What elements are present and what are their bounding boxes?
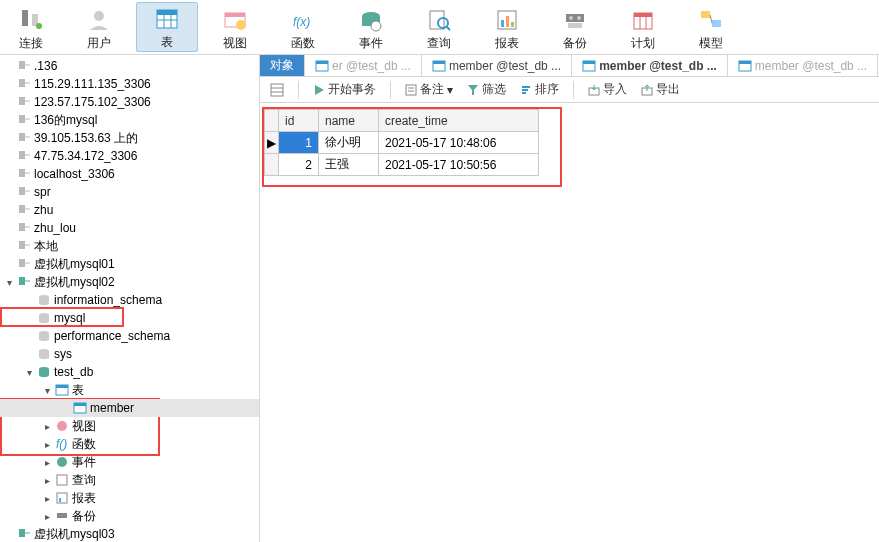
tree-node-icon (37, 293, 51, 307)
view-icon (221, 7, 249, 33)
cell-time[interactable]: 2021-05-17 10:48:06 (379, 132, 539, 154)
svg-point-55 (57, 457, 67, 467)
begin-transaction-button[interactable]: 开始事务 (309, 79, 380, 100)
toolbar-table-button[interactable]: 表 (136, 2, 198, 52)
export-button[interactable]: 导出 (637, 79, 684, 100)
connection-item[interactable]: spr (0, 183, 259, 201)
tree-node-icon (55, 509, 69, 523)
connection-item[interactable]: 虚拟机mysql03 (0, 525, 259, 542)
toolbar-connection-button[interactable]: 连接 (0, 2, 62, 52)
reports-node[interactable]: ▸报表 (0, 489, 259, 507)
table-row[interactable]: ▶1徐小明2021-05-17 10:48:06 (265, 132, 539, 154)
grid-icon[interactable] (266, 81, 288, 99)
connection-item[interactable]: 本地 (0, 237, 259, 255)
connection-item[interactable]: 123.57.175.102_3306 (0, 93, 259, 111)
events-node[interactable]: ▸事件 (0, 453, 259, 471)
memo-button[interactable]: 备注 ▾ (401, 79, 457, 100)
toolbar-label: 表 (161, 34, 173, 51)
expand-icon[interactable]: ▾ (42, 385, 52, 396)
expand-icon[interactable]: ▸ (42, 493, 52, 504)
import-button[interactable]: 导入 (584, 79, 631, 100)
connection-item[interactable]: 39.105.153.63 上的 (0, 129, 259, 147)
editor-tab[interactable]: member @test_db ... (572, 55, 728, 76)
toolbar-function-button[interactable]: f(x)函数 (272, 2, 334, 52)
connection-item[interactable]: 136的mysql (0, 111, 259, 129)
expand-icon[interactable]: ▸ (42, 439, 52, 450)
schema-item[interactable]: information_schema (0, 291, 259, 309)
svg-point-25 (577, 16, 581, 20)
connection-item[interactable]: 47.75.34.172_3306 (0, 147, 259, 165)
sort-button[interactable]: 排序 (516, 79, 563, 100)
toolbar-label: 函数 (291, 35, 315, 52)
toolbar-label: 连接 (19, 35, 43, 52)
tree-node-label: sys (54, 347, 72, 361)
tab-label: member @test_db ... (755, 59, 867, 73)
cell-id[interactable]: 2 (279, 154, 319, 176)
expand-icon[interactable]: ▾ (24, 367, 34, 378)
tree-node-label: 本地 (34, 238, 58, 255)
toolbar-query-button[interactable]: 查询 (408, 2, 470, 52)
svg-point-24 (569, 16, 573, 20)
table-row[interactable]: 2王强2021-05-17 10:50:56 (265, 154, 539, 176)
toolbar-report-button[interactable]: 报表 (476, 2, 538, 52)
expand-icon[interactable]: ▸ (42, 457, 52, 468)
expand-icon[interactable]: ▸ (42, 421, 52, 432)
table-item[interactable]: member (0, 399, 259, 417)
tab-label: 对象 (270, 57, 294, 74)
cell-time[interactable]: 2021-05-17 10:50:56 (379, 154, 539, 176)
toolbar-view-button[interactable]: 视图 (204, 2, 266, 52)
data-grid[interactable]: id name create_time ▶1徐小明2021-05-17 10:4… (264, 109, 539, 176)
column-header[interactable]: id (279, 110, 319, 132)
report-icon (493, 7, 521, 33)
svg-rect-59 (57, 513, 67, 518)
tables-node[interactable]: ▾表 (0, 381, 259, 399)
cell-id[interactable]: 1 (279, 132, 319, 154)
tree-node-icon (17, 203, 31, 217)
functions-node[interactable]: ▸f()函数 (0, 435, 259, 453)
toolbar-backup-button[interactable]: 备份 (544, 2, 606, 52)
connection-item[interactable]: .136 (0, 57, 259, 75)
connection-icon (17, 7, 45, 33)
tree-node-label: information_schema (54, 293, 162, 307)
toolbar-schedule-button[interactable]: 计划 (612, 2, 674, 52)
expand-icon[interactable]: ▸ (42, 475, 52, 486)
column-header[interactable]: create_time (379, 110, 539, 132)
connection-item[interactable]: zhu_lou (0, 219, 259, 237)
filter-button[interactable]: 筛选 (463, 79, 510, 100)
tree-node-label: 视图 (72, 418, 96, 435)
data-grid-wrap: id name create_time ▶1徐小明2021-05-17 10:4… (264, 109, 879, 176)
queries-node[interactable]: ▸查询 (0, 471, 259, 489)
views-node[interactable]: ▸视图 (0, 417, 259, 435)
connection-item[interactable]: zhu (0, 201, 259, 219)
schema-item[interactable]: sys (0, 345, 259, 363)
connection-item-open[interactable]: ▾虚拟机mysql02 (0, 273, 259, 291)
toolbar-model-button[interactable]: 模型 (680, 2, 742, 52)
schema-item-open[interactable]: ▾test_db (0, 363, 259, 381)
tree-node-label: zhu (34, 203, 53, 217)
editor-tab[interactable]: er @test_db ... (305, 55, 422, 76)
tab-label: member @test_db ... (599, 59, 717, 73)
svg-point-39 (39, 319, 49, 323)
model-icon (697, 7, 725, 33)
cell-name[interactable]: 徐小明 (319, 132, 379, 154)
cell-name[interactable]: 王强 (319, 154, 379, 176)
expand-icon[interactable]: ▸ (42, 511, 52, 522)
svg-point-15 (371, 21, 381, 31)
svg-rect-22 (511, 22, 514, 27)
tab-label: member @test_db ... (449, 59, 561, 73)
toolbar-event-button[interactable]: 事件 (340, 2, 402, 52)
editor-tab[interactable]: 对象 (260, 55, 305, 76)
schema-item[interactable]: performance_schema (0, 327, 259, 345)
backups-node[interactable]: ▸备份 (0, 507, 259, 525)
expand-icon[interactable]: ▾ (4, 277, 14, 288)
toolbar-user-button[interactable]: 用户 (68, 2, 130, 52)
connection-item[interactable]: 115.29.111.135_3306 (0, 75, 259, 93)
connection-item[interactable]: 虚拟机mysql01 (0, 255, 259, 273)
column-header[interactable]: name (319, 110, 379, 132)
connection-item[interactable]: localhost_3306 (0, 165, 259, 183)
editor-tab[interactable]: member @test_db ... (422, 55, 572, 76)
schema-item[interactable]: mysql (0, 309, 259, 327)
editor-tab[interactable]: member @test_db ... (728, 55, 878, 76)
svg-marker-75 (468, 85, 478, 95)
tree-node-icon (37, 347, 51, 361)
